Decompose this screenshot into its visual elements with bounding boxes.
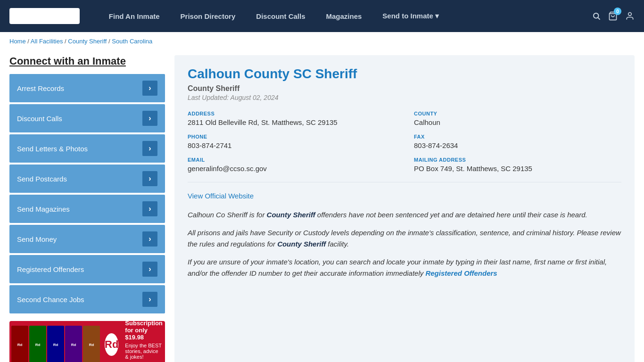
breadcrumb-home[interactable]: Home	[9, 38, 26, 45]
email-block: EMAIL generalinfo@ccso.sc.gov	[188, 157, 395, 173]
address-label: ADDRESS	[188, 111, 395, 116]
sidebar-item-send-letters[interactable]: Send Letters & Photos ›	[9, 134, 165, 163]
breadcrumb-all-facilities[interactable]: All Facilities	[31, 38, 63, 45]
sidebar-menu: Arrest Records › Discount Calls › Send L…	[9, 74, 165, 313]
address-value: 2811 Old Belleville Rd, St. Matthews, SC…	[188, 118, 395, 126]
logo[interactable]: inmate ★ AID	[9, 8, 80, 24]
mailing-block: MAILING ADDRESS PO Box 749, St. Matthews…	[414, 157, 621, 173]
email-label: EMAIL	[188, 157, 395, 163]
arrow-icon: ›	[142, 171, 157, 186]
ad-text-area: 1 Year Subscription for only $19.98 Enjo…	[121, 321, 165, 362]
sidebar-item-label: Discount Calls	[17, 115, 62, 123]
magazine-cover-2: Rd	[29, 326, 46, 362]
logo-star: ★	[48, 7, 57, 19]
sidebar-item-send-postcards[interactable]: Send Postcards ›	[9, 165, 165, 193]
arrow-icon: ›	[142, 262, 157, 277]
magazine-cover-4: Rd	[65, 326, 82, 362]
cart-button[interactable]: 0	[608, 11, 618, 21]
nav-find-inmate[interactable]: Find An Inmate	[99, 0, 170, 32]
registered-offenders-link[interactable]: Registered Offenders	[425, 269, 497, 277]
nav-links: Find An Inmate Prison Directory Discount…	[99, 0, 592, 32]
user-button[interactable]	[625, 11, 635, 21]
cart-count: 0	[614, 8, 621, 15]
sidebar-item-label: Send Postcards	[17, 175, 67, 183]
magazine-cover-3: Rd	[47, 326, 64, 362]
fax-value: 803-874-2634	[414, 141, 621, 149]
county-sheriff-link-1[interactable]: County Sheriff	[267, 211, 315, 219]
email-value: generalinfo@ccso.sc.gov	[188, 165, 395, 173]
county-sheriff-link-2[interactable]: County Sheriff	[277, 240, 326, 248]
svg-point-3	[628, 13, 632, 16]
svg-line-1	[598, 17, 600, 19]
sidebar: Connect with an Inmate Arrest Records › …	[9, 55, 165, 362]
phone-label: PHONE	[188, 134, 395, 140]
logo-inmate-text: inmate	[14, 10, 48, 22]
sidebar-item-registered-offenders[interactable]: Registered Offenders ›	[9, 255, 165, 283]
breadcrumb-state[interactable]: South Carolina	[112, 38, 152, 45]
sidebar-item-label: Second Chance Jobs	[17, 296, 84, 304]
sidebar-item-second-chance[interactable]: Second Chance Jobs ›	[9, 285, 165, 313]
sidebar-item-label: Arrest Records	[17, 84, 64, 92]
facility-type: County Sheriff	[188, 84, 621, 93]
content-area: Calhoun County SC Sheriff County Sheriff…	[174, 55, 635, 362]
magazine-cover-5: Rd	[83, 326, 100, 362]
desc-p2: All prisons and jails have Security or C…	[188, 227, 621, 250]
nav-send-to-inmate[interactable]: Send to Inmate ▾	[372, 0, 449, 32]
navbar: inmate ★ AID Find An Inmate Prison Direc…	[0, 0, 644, 32]
arrow-icon: ›	[142, 292, 157, 307]
arrow-icon: ›	[142, 111, 157, 126]
county-value: Calhoun	[414, 118, 621, 126]
magazine-cover-1: Rd	[11, 326, 28, 362]
readers-digest-logo: Rd	[105, 333, 118, 356]
mailing-label: MAILING ADDRESS	[414, 157, 621, 163]
facility-updated: Last Updated: August 02, 2024	[188, 94, 621, 101]
phone-value: 803-874-2741	[188, 141, 395, 149]
sidebar-title: Connect with an Inmate	[9, 55, 165, 67]
sidebar-item-discount-calls[interactable]: Discount Calls ›	[9, 104, 165, 132]
nav-discount-calls[interactable]: Discount Calls	[246, 0, 315, 32]
sidebar-item-label: Send Magazines	[17, 205, 70, 213]
description: Calhoun Co Sheriff is for County Sheriff…	[188, 209, 621, 279]
sidebar-item-arrest-records[interactable]: Arrest Records ›	[9, 74, 165, 102]
county-block: COUNTY Calhoun	[414, 111, 621, 126]
phone-block: PHONE 803-874-2741	[188, 134, 395, 149]
desc-p1: Calhoun Co Sheriff is for County Sheriff…	[188, 209, 621, 221]
facility-title: Calhoun County SC Sheriff	[188, 66, 621, 82]
ad-tagline: Enjoy the BEST stories, advice & jokes!	[125, 343, 162, 360]
svg-point-0	[594, 13, 599, 18]
arrow-icon: ›	[142, 81, 157, 96]
county-label: COUNTY	[414, 111, 621, 116]
official-website-link[interactable]: View Official Website	[188, 192, 254, 200]
nav-icons: 0	[592, 11, 635, 21]
breadcrumb-county-sheriff[interactable]: County Sheriff	[68, 38, 107, 45]
arrow-icon: ›	[142, 201, 157, 216]
nav-magazines[interactable]: Magazines	[316, 0, 372, 32]
sidebar-item-send-money[interactable]: Send Money ›	[9, 225, 165, 253]
ad-price-text: 1 Year Subscription for only $19.98	[125, 321, 162, 341]
breadcrumb: Home / All Facilities / County Sheriff /…	[0, 32, 644, 50]
sidebar-item-label: Send Letters & Photos	[17, 145, 88, 153]
sidebar-item-send-magazines[interactable]: Send Magazines ›	[9, 195, 165, 223]
info-grid: ADDRESS 2811 Old Belleville Rd, St. Matt…	[188, 111, 621, 182]
arrow-icon: ›	[142, 141, 157, 156]
fax-label: FAX	[414, 134, 621, 140]
main-container: Connect with an Inmate Arrest Records › …	[0, 50, 644, 362]
nav-prison-directory[interactable]: Prison Directory	[170, 0, 246, 32]
logo-aid-text: AID	[57, 10, 75, 22]
address-block: ADDRESS 2811 Old Belleville Rd, St. Matt…	[188, 111, 395, 126]
desc-p3: If you are unsure of your inmate's locat…	[188, 256, 621, 279]
sidebar-ad[interactable]: Rd Rd Rd Rd Rd Rd 1 Year Subscription fo…	[9, 321, 165, 362]
sidebar-item-label: Registered Offenders	[17, 265, 84, 273]
mailing-value: PO Box 749, St. Matthews, SC 29135	[414, 165, 621, 173]
search-button[interactable]	[592, 12, 601, 20]
ad-magazines: Rd Rd Rd Rd Rd	[9, 321, 102, 362]
fax-block: FAX 803-874-2634	[414, 134, 621, 149]
arrow-icon: ›	[142, 231, 157, 247]
sidebar-item-label: Send Money	[17, 235, 57, 243]
